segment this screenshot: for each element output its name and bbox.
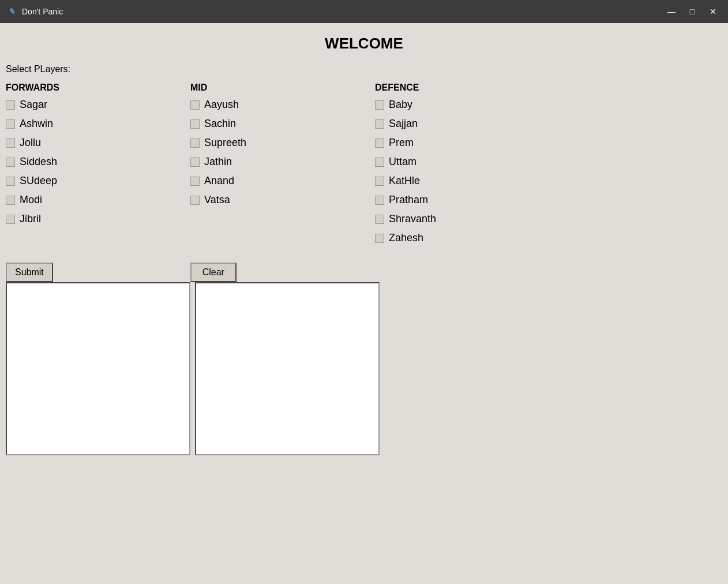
list-item: Sajjan	[375, 118, 554, 130]
sajjan-checkbox[interactable]	[375, 119, 384, 129]
clear-button[interactable]: Clear	[190, 263, 237, 282]
mid-column: MID Aayush Sachin Supreeth Jathin Anand	[190, 83, 375, 251]
defence-header: DEFENCE	[375, 83, 554, 93]
sagar-label[interactable]: Sagar	[20, 99, 47, 111]
sachin-checkbox[interactable]	[190, 119, 200, 129]
maximize-button[interactable]: □	[683, 3, 701, 20]
welcome-heading: WELCOME	[6, 35, 722, 53]
sudeep-checkbox[interactable]	[6, 177, 15, 186]
defence-column: DEFENCE Baby Sajjan Prem Uttam KatHle	[375, 83, 560, 251]
jibril-checkbox[interactable]	[6, 215, 15, 224]
list-item: Jollu	[6, 137, 185, 149]
uttam-checkbox[interactable]	[375, 158, 384, 167]
list-item: Ashwin	[6, 118, 185, 130]
select-players-label: Select PLayers:	[6, 64, 722, 74]
aayush-label[interactable]: Aayush	[204, 99, 239, 111]
sagar-checkbox[interactable]	[6, 100, 15, 110]
vatsa-label[interactable]: Vatsa	[204, 194, 230, 206]
forwards-header: FORWARDS	[6, 83, 185, 93]
aayush-checkbox[interactable]	[190, 100, 200, 110]
list-item: Sagar	[6, 99, 185, 111]
list-item: Modi	[6, 194, 185, 206]
sachin-label[interactable]: Sachin	[204, 118, 236, 130]
minimize-button[interactable]: —	[662, 3, 681, 20]
sajjan-label[interactable]: Sajjan	[389, 118, 418, 130]
jathin-checkbox[interactable]	[190, 158, 200, 167]
close-button[interactable]: ✕	[704, 3, 722, 20]
left-textarea[interactable]	[6, 282, 190, 455]
forwards-column: FORWARDS Sagar Ashwin Jollu Siddesh SUde…	[6, 83, 190, 251]
list-item: Uttam	[375, 156, 554, 168]
anand-label[interactable]: Anand	[204, 175, 234, 187]
baby-label[interactable]: Baby	[389, 99, 412, 111]
siddesh-checkbox[interactable]	[6, 158, 15, 167]
title-bar: ✎ Don't Panic — □ ✕	[0, 0, 728, 23]
vatsa-checkbox[interactable]	[190, 196, 200, 205]
prem-label[interactable]: Prem	[389, 137, 414, 149]
text-areas-row	[6, 282, 722, 455]
modi-label[interactable]: Modi	[20, 194, 42, 206]
jollu-checkbox[interactable]	[6, 138, 15, 148]
ashwin-checkbox[interactable]	[6, 119, 15, 129]
supreeth-checkbox[interactable]	[190, 138, 200, 148]
list-item: SUdeep	[6, 175, 185, 187]
mid-header: MID	[190, 83, 369, 93]
prem-checkbox[interactable]	[375, 138, 384, 148]
kathle-label[interactable]: KatHle	[389, 175, 420, 187]
list-item: Shravanth	[375, 213, 554, 225]
list-item: Pratham	[375, 194, 554, 206]
list-item: Zahesh	[375, 232, 554, 244]
siddesh-label[interactable]: Siddesh	[20, 156, 57, 168]
pratham-label[interactable]: Pratham	[389, 194, 428, 206]
jollu-label[interactable]: Jollu	[20, 137, 41, 149]
pratham-checkbox[interactable]	[375, 196, 384, 205]
list-item: Jathin	[190, 156, 369, 168]
app-icon: ✎	[6, 6, 17, 17]
supreeth-label[interactable]: Supreeth	[204, 137, 246, 149]
kathle-checkbox[interactable]	[375, 177, 384, 186]
list-item: Aayush	[190, 99, 369, 111]
shravanth-label[interactable]: Shravanth	[389, 213, 436, 225]
sudeep-label[interactable]: SUdeep	[20, 175, 57, 187]
title-bar-controls: — □ ✕	[662, 3, 722, 20]
list-item: Sachin	[190, 118, 369, 130]
jathin-label[interactable]: Jathin	[204, 156, 232, 168]
right-textarea[interactable]	[195, 282, 380, 455]
title-bar-left: ✎ Don't Panic	[6, 6, 63, 17]
app-content: WELCOME Select PLayers: FORWARDS Sagar A…	[0, 23, 728, 584]
zahesh-label[interactable]: Zahesh	[389, 232, 423, 244]
jibril-label[interactable]: Jibril	[20, 213, 41, 225]
uttam-label[interactable]: Uttam	[389, 156, 416, 168]
list-item: Siddesh	[6, 156, 185, 168]
zahesh-checkbox[interactable]	[375, 234, 384, 243]
shravanth-checkbox[interactable]	[375, 215, 384, 224]
baby-checkbox[interactable]	[375, 100, 384, 110]
list-item: Baby	[375, 99, 554, 111]
columns-container: FORWARDS Sagar Ashwin Jollu Siddesh SUde…	[6, 83, 722, 251]
list-item: Jibril	[6, 213, 185, 225]
buttons-row: Submit Clear	[6, 263, 722, 282]
list-item: KatHle	[375, 175, 554, 187]
list-item: Vatsa	[190, 194, 369, 206]
modi-checkbox[interactable]	[6, 196, 15, 205]
anand-checkbox[interactable]	[190, 177, 200, 186]
submit-button[interactable]: Submit	[6, 263, 53, 282]
ashwin-label[interactable]: Ashwin	[20, 118, 53, 130]
list-item: Prem	[375, 137, 554, 149]
list-item: Supreeth	[190, 137, 369, 149]
window-title: Don't Panic	[22, 7, 63, 16]
list-item: Anand	[190, 175, 369, 187]
